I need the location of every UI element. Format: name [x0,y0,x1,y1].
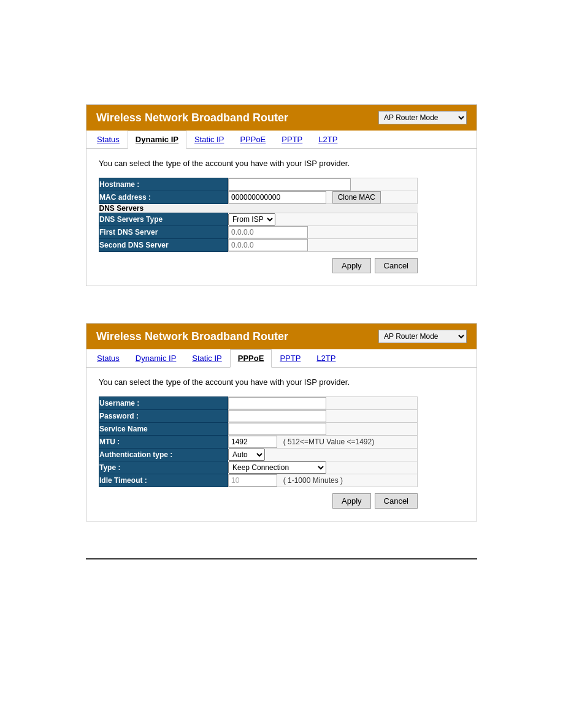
panel2-nav-status[interactable]: Status [89,349,128,367]
password-cell [228,410,418,423]
panel2-header: Wireless Network Broadband Router AP Rou… [86,324,477,349]
dns-section-label: DNS Servers [99,204,418,213]
panel1-nav: Status Dynamic IP Static IP PPPoE PPTP L… [86,131,477,149]
idle-timeout-row: Idle Timeout : ( 1-1000 Minutes ) [99,474,418,487]
username-cell [228,397,418,410]
second-dns-row: Second DNS Server [99,239,418,252]
panel1-actions: Apply Cancel [99,258,418,273]
first-dns-label: First DNS Server [99,226,228,239]
panel2-actions: Apply Cancel [99,493,418,509]
second-dns-cell [228,239,418,252]
service-name-cell [228,423,418,436]
panel2-nav-pppoe[interactable]: PPPoE [230,349,272,368]
hostname-label: Hostname : [99,178,228,191]
panel2-nav: Status Dynamic IP Static IP PPPoE PPTP L… [86,349,477,368]
hostname-row: Hostname : [99,178,418,191]
mtu-hint: ( 512<=MTU Value <=1492) [283,438,375,446]
service-name-input[interactable] [228,423,326,435]
panel1-nav-status[interactable]: Status [89,131,128,148]
idle-timeout-label: Idle Timeout : [99,474,228,487]
panel1-nav-l2tp[interactable]: L2TP [310,131,345,148]
idle-timeout-cell: ( 1-1000 Minutes ) [228,474,418,487]
password-label: Password : [99,410,228,423]
panel2-mode-select[interactable]: AP Router Mode Wireless Client Mode Repe… [378,330,467,343]
second-dns-input[interactable] [228,239,308,251]
panel1-apply-button[interactable]: Apply [332,258,371,273]
panel1-form: Hostname : MAC address : Clone MAC DNS S… [99,178,418,252]
clone-mac-button[interactable]: Clone MAC [332,191,381,203]
first-dns-input[interactable] [228,226,308,238]
panel1-nav-dynamic-ip[interactable]: Dynamic IP [128,131,186,149]
panel1-header: Wireless Network Broadband Router AP Rou… [86,105,477,131]
mac-input-cell: Clone MAC [228,191,418,204]
type-select[interactable]: Keep Connection On Demand Manual [228,461,326,474]
password-row: Password : [99,410,418,423]
mtu-cell: ( 512<=MTU Value <=1492) [228,436,418,449]
mac-row: MAC address : Clone MAC [99,191,418,204]
auth-type-cell: Auto PAP CHAP [228,449,418,461]
mtu-label: MTU : [99,436,228,449]
panel1-cancel-button[interactable]: Cancel [375,258,418,273]
panel1-nav-pppoe[interactable]: PPPoE [232,131,274,148]
dns-section-row: DNS Servers [99,204,418,213]
panel2-intro: You can select the type of the account y… [99,377,464,387]
username-label: Username : [99,397,228,410]
panel1-title: Wireless Network Broadband Router [96,112,288,124]
first-dns-row: First DNS Server [99,226,418,239]
mac-input[interactable] [228,191,326,203]
service-name-label: Service Name [99,423,228,436]
bottom-divider [86,558,477,559]
second-dns-label: Second DNS Server [99,239,228,252]
panel1-nav-static-ip[interactable]: Static IP [186,131,232,148]
panel2-nav-l2tp[interactable]: L2TP [308,349,343,367]
panel1-mode-select[interactable]: AP Router Mode Wireless Client Mode Repe… [378,111,467,124]
hostname-input-cell [228,178,418,191]
panel2-cancel-button[interactable]: Cancel [375,493,418,509]
dns-type-label: DNS Servers Type [99,213,228,226]
panel2-form: Username : Password : Service Name [99,396,418,487]
panel2-nav-dynamic-ip[interactable]: Dynamic IP [128,349,184,367]
auth-type-label: Authentication type : [99,449,228,461]
dns-type-row: DNS Servers Type From ISP Manual [99,213,418,226]
panel1-intro: You can select the type of the account y… [99,159,464,168]
first-dns-cell [228,226,418,239]
panel1: Wireless Network Broadband Router AP Rou… [86,104,477,286]
mtu-input[interactable] [228,436,277,448]
mac-label: MAC address : [99,191,228,204]
password-input[interactable] [228,410,326,422]
service-name-row: Service Name [99,423,418,436]
type-row: Type : Keep Connection On Demand Manual [99,461,418,474]
dns-type-cell: From ISP Manual [228,213,418,226]
idle-timeout-hint: ( 1-1000 Minutes ) [283,476,343,485]
username-input[interactable] [228,397,326,409]
panel1-nav-pptp[interactable]: PPTP [274,131,310,148]
auth-type-select[interactable]: Auto PAP CHAP [228,449,265,461]
auth-type-row: Authentication type : Auto PAP CHAP [99,449,418,461]
username-row: Username : [99,397,418,410]
idle-timeout-input[interactable] [228,474,277,487]
mtu-row: MTU : ( 512<=MTU Value <=1492) [99,436,418,449]
type-label: Type : [99,461,228,474]
panel1-body: You can select the type of the account y… [86,149,477,286]
dns-type-select[interactable]: From ISP Manual [228,213,275,226]
panel2-nav-static-ip[interactable]: Static IP [184,349,229,367]
panel2-title: Wireless Network Broadband Router [96,330,288,343]
type-cell: Keep Connection On Demand Manual [228,461,418,474]
hostname-input[interactable] [228,178,351,191]
panel2: Wireless Network Broadband Router AP Rou… [86,323,477,521]
panel2-body: You can select the type of the account y… [86,368,477,521]
panel2-nav-pptp[interactable]: PPTP [272,349,308,367]
panel2-apply-button[interactable]: Apply [332,493,371,509]
